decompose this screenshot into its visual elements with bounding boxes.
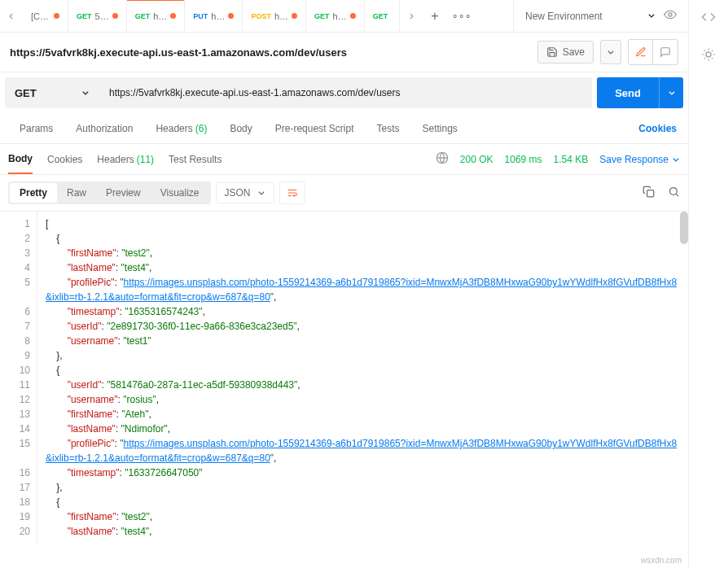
format-label: JSON [225, 187, 251, 199]
tabs-bar: [CONFI…GET5…GETh…PUTh…POSTh…GETh…GET + ∘… [0, 0, 688, 33]
env-chevron-icon[interactable] [647, 11, 656, 22]
svg-point-0 [669, 13, 672, 16]
tab-method: PUT [193, 12, 208, 20]
tab-method: GET [135, 12, 151, 20]
tab[interactable]: GETh… [127, 0, 186, 31]
request-tabs: Params Authorization Headers (6) Body Pr… [0, 113, 688, 144]
send-dropdown[interactable] [659, 77, 683, 108]
network-icon[interactable] [436, 151, 449, 167]
info-icon[interactable] [701, 47, 716, 62]
nav-back-icon[interactable] [0, 12, 23, 20]
view-raw[interactable]: Raw [57, 183, 96, 203]
tab-headers-label: Headers [156, 123, 192, 134]
tab-prerequest[interactable]: Pre-request Script [264, 113, 366, 143]
send-button[interactable]: Send [597, 77, 659, 108]
response-tabs: Body Cookies Headers (11) Test Results 2… [0, 144, 688, 175]
tab-headers-count: (6) [195, 123, 208, 134]
tab-label: 5… [95, 11, 109, 21]
right-sidebar [689, 0, 728, 568]
response-time: 1069 ms [505, 154, 542, 165]
save-button[interactable]: Save [537, 41, 594, 63]
save-response-button[interactable]: Save Response [599, 154, 680, 165]
tab[interactable]: POSTh… [243, 0, 306, 32]
code-lines: [ { "firstName": "test2", "lastName": "t… [37, 212, 688, 544]
method-selector[interactable]: GET [5, 77, 99, 108]
tab[interactable]: PUTh… [185, 0, 243, 32]
scrollbar[interactable] [680, 212, 688, 244]
tab-method: GET [314, 12, 330, 20]
cookies-link[interactable]: Cookies [638, 123, 680, 134]
res-tab-headers[interactable]: Headers (11) [97, 144, 154, 174]
svg-line-6 [676, 194, 678, 196]
res-tab-headers-label: Headers [97, 154, 134, 165]
tab-method: GET [77, 12, 92, 20]
request-title: https://5vafvrk8kj.execute-api.us-east-1… [10, 46, 531, 59]
search-icon[interactable] [668, 186, 680, 200]
format-selector[interactable]: JSON [216, 182, 274, 203]
url-bar: GET Send [0, 72, 688, 113]
tab-label: h… [211, 11, 225, 21]
status-code: 200 OK [460, 154, 493, 165]
tab-body[interactable]: Body [218, 113, 263, 143]
res-tab-cookies[interactable]: Cookies [47, 144, 82, 174]
res-tab-headers-count: (11) [137, 154, 154, 165]
unsaved-dot-icon [54, 13, 59, 19]
tab-tests[interactable]: Tests [365, 113, 410, 143]
view-toggle: Pretty Raw Preview Visualize [8, 181, 211, 204]
svg-point-5 [670, 188, 678, 195]
unsaved-dot-icon [350, 13, 356, 19]
unsaved-dot-icon [170, 13, 176, 19]
copy-icon[interactable] [642, 186, 655, 200]
view-preview[interactable]: Preview [96, 183, 151, 203]
tab-overflow-icon[interactable]: ∘∘∘ [452, 11, 471, 22]
nav-forward-icon[interactable] [400, 12, 423, 20]
save-response-label: Save Response [599, 154, 669, 165]
url-input[interactable] [99, 77, 592, 108]
save-button-label: Save [563, 46, 585, 58]
view-toolbar: Pretty Raw Preview Visualize JSON [0, 175, 688, 212]
edit-icon[interactable] [629, 40, 653, 64]
tab[interactable]: [CONFI… [23, 0, 68, 32]
res-tab-test-results[interactable]: Test Results [169, 144, 221, 174]
tab-authorization[interactable]: Authorization [64, 113, 144, 143]
request-title-row: https://5vafvrk8kj.execute-api.us-east-1… [0, 33, 688, 72]
watermark: wsxdn.com [641, 556, 682, 565]
tab[interactable]: GET5… [68, 0, 127, 32]
tab-headers[interactable]: Headers (6) [144, 113, 218, 143]
svg-rect-4 [647, 190, 654, 197]
tab[interactable]: GETh… [306, 0, 365, 32]
line-gutter: 12345 6789101112131415 1617181920 [0, 212, 37, 544]
tab-label: h… [274, 11, 288, 21]
save-dropdown[interactable] [600, 40, 621, 64]
tab-label: h… [153, 11, 167, 21]
code-snippet-icon[interactable] [701, 10, 716, 24]
tab[interactable]: GET [365, 0, 401, 32]
tab-params[interactable]: Params [8, 113, 64, 143]
res-tab-body[interactable]: Body [8, 144, 33, 174]
new-tab-icon[interactable]: + [431, 9, 438, 24]
tab-settings[interactable]: Settings [411, 113, 469, 143]
env-quicklook-icon[interactable] [664, 8, 677, 24]
unsaved-dot-icon [292, 13, 297, 19]
tab-label: h… [333, 11, 347, 21]
comment-icon[interactable] [653, 40, 678, 64]
tab-label: [CONFI… [31, 11, 50, 21]
method-label: GET [15, 87, 37, 99]
view-pretty[interactable]: Pretty [10, 183, 57, 203]
wrap-lines-icon[interactable] [279, 181, 305, 204]
unsaved-dot-icon [112, 13, 118, 19]
environment-selector[interactable]: New Environment [525, 11, 639, 22]
view-visualize[interactable]: Visualize [151, 183, 209, 203]
response-size: 1.54 KB [554, 154, 589, 165]
unsaved-dot-icon [228, 13, 234, 19]
svg-point-7 [706, 52, 711, 57]
tab-method: GET [373, 12, 388, 20]
response-body[interactable]: 12345 6789101112131415 1617181920 [ { "f… [0, 212, 688, 568]
tab-method: POST [251, 12, 271, 20]
